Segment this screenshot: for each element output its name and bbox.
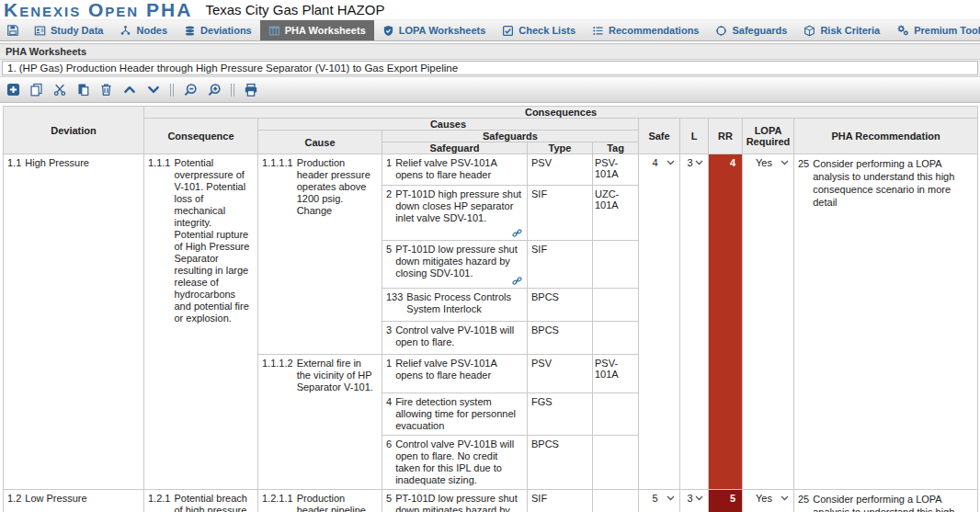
cause-cell[interactable]: 1.1.1.2External fire in the vicinity of …	[258, 355, 382, 490]
tab-recommendations[interactable]: Recommendations	[584, 20, 707, 40]
tab-deviations[interactable]: Deviations	[176, 20, 260, 40]
premium-tools-icon	[896, 24, 909, 37]
likelihood-value: 3	[685, 493, 695, 504]
safeguard-cell[interactable]: 2PT-101D high pressure shut down closes …	[382, 186, 528, 241]
consequence-text: Potential breach of high pressure	[174, 493, 254, 512]
add-button[interactable]	[6, 83, 20, 97]
safeguard-cell[interactable]: 5PT-101D low pressure shut down mitigate…	[382, 490, 528, 512]
safe-select[interactable]: 5	[639, 490, 680, 512]
worksheet-selector[interactable]: 1. (HP Gas) Production Header through Hi…	[2, 61, 978, 75]
safeguard-type-cell[interactable]: BPCS	[528, 436, 593, 490]
safeguard-type-cell[interactable]: PSV	[528, 355, 593, 393]
deviation-cell[interactable]: 1.2Low Pressure	[4, 490, 144, 512]
safeguard-cell[interactable]: 1Relief valve PSV-101A opens to flare he…	[382, 355, 528, 393]
safeguard-text: PT-101D low pressure shut down mitigates…	[395, 244, 523, 279]
safeguard-type-cell[interactable]: SIF	[528, 186, 593, 241]
zoom-in-button[interactable]	[207, 83, 222, 97]
section-title: PHA Worksheets	[6, 46, 86, 57]
tab-label: Recommendations	[609, 25, 699, 36]
safeguard-cell[interactable]: 4Fire detection system allowing time for…	[382, 393, 528, 436]
col-header-rr: RR	[709, 119, 743, 154]
tab-label: Nodes	[136, 25, 167, 36]
delete-button[interactable]	[99, 83, 113, 97]
tab-safeguards[interactable]: Safeguards	[707, 20, 795, 40]
safeguard-tag-cell[interactable]	[593, 289, 639, 322]
recommendation-text: Consider performing a LOPA analysis to u…	[813, 493, 974, 512]
move-down-button[interactable]	[146, 83, 161, 97]
safeguard-cell[interactable]: 6Control valve PV-101B will open to flar…	[382, 436, 528, 490]
move-up-button[interactable]	[122, 83, 137, 97]
tab-label: Premium Tools	[914, 25, 980, 36]
safeguard-tag-cell[interactable]	[593, 490, 639, 512]
safeguard-cell[interactable]: 1Relief valve PSV-101A opens to flare he…	[382, 154, 528, 186]
safeguard-cell[interactable]: 133Basic Process Controls System Interlo…	[382, 289, 528, 322]
safeguard-tag-cell[interactable]: PSV-101A	[593, 355, 639, 393]
tab-check-lists[interactable]: Check Lists	[494, 20, 584, 40]
cause-text: Production header pipeline leak or	[297, 493, 378, 512]
cut-button[interactable]	[52, 83, 67, 97]
lopa-link-icon[interactable]	[512, 276, 522, 286]
deviation-cell[interactable]: 1.1High Pressure	[4, 154, 144, 490]
safeguard-type-cell[interactable]: SIF	[528, 241, 593, 289]
safeguard-type-cell[interactable]: PSV	[528, 154, 593, 186]
paste-button[interactable]	[76, 83, 90, 97]
safeguard-tag-cell[interactable]	[593, 436, 639, 490]
safeguard-type-cell[interactable]: BPCS	[528, 322, 593, 355]
menu-premium-tools[interactable]: Premium Tools	[888, 20, 980, 40]
recommendation-number: 25	[798, 493, 809, 506]
safeguard-cell[interactable]: 3Control valve PV-101B will open to flar…	[382, 322, 528, 355]
safeguard-tag-cell[interactable]: UZC-101A	[593, 186, 639, 241]
tab-nodes[interactable]: Nodes	[111, 20, 176, 40]
likelihood-select[interactable]: 3	[680, 154, 709, 490]
safeguard-cell[interactable]: 5PT-101D low pressure shut down mitigate…	[382, 241, 528, 289]
consequence-number: 1.2.1	[148, 493, 170, 505]
safeguard-tag-cell[interactable]	[593, 322, 639, 355]
lopa-required-value: Yes	[747, 157, 781, 168]
tab-study-data[interactable]: Study Data	[26, 20, 111, 40]
recommendations-icon	[592, 25, 604, 37]
safeguard-tag-cell[interactable]: PSV-101A	[593, 154, 639, 186]
recommendation-cell[interactable]: 25Consider performing a LOPA analysis to…	[794, 490, 978, 512]
safeguard-text: Control valve PV-101B will open to flare…	[395, 324, 523, 348]
safeguards-icon	[715, 25, 727, 37]
consequence-cell[interactable]: 1.2.1Potential breach of high pressure	[144, 490, 258, 512]
tab-pha-worksheets[interactable]: PHA Worksheets	[260, 20, 374, 40]
nodes-icon	[120, 25, 131, 37]
safe-value: 4	[644, 157, 667, 168]
lopa-link-icon[interactable]	[512, 228, 522, 238]
safeguard-tag-cell[interactable]	[593, 241, 639, 289]
copy-button[interactable]	[29, 83, 43, 97]
save-button[interactable]	[0, 20, 26, 40]
safeguard-text: Fire detection system allowing time for …	[395, 396, 523, 432]
safeguard-number: 3	[386, 324, 392, 336]
zoom-out-button[interactable]	[183, 83, 198, 97]
tab-lopa-worksheets[interactable]: LOPA Worksheets	[374, 20, 495, 40]
tab-label: Risk Criteria	[820, 25, 880, 36]
col-header-deviation: Deviation	[4, 107, 144, 154]
lopa-required-select[interactable]: Yes	[743, 490, 794, 512]
safe-select[interactable]: 4	[639, 154, 680, 490]
tab-risk-criteria[interactable]: Risk Criteria	[795, 20, 888, 40]
consequence-cell[interactable]: 1.1.1Potential overpressure of V-101. Po…	[144, 154, 258, 490]
pha-worksheet-table: Deviation Consequences Consequence Cause…	[3, 106, 977, 512]
recommendation-cell[interactable]: 25Consider performing a LOPA analysis to…	[794, 154, 978, 490]
likelihood-select[interactable]: 3	[680, 490, 709, 512]
tab-label: PHA Worksheets	[285, 25, 366, 36]
cause-number: 1.1.1.2	[262, 358, 293, 370]
safeguard-type-cell[interactable]: FGS	[528, 393, 593, 436]
safeguard-text: Basic Process Controls System Interlock	[406, 291, 523, 315]
study-data-icon	[34, 25, 46, 37]
risk-rank-cell: 5	[709, 490, 743, 512]
print-button[interactable]	[244, 83, 258, 97]
safeguard-type-cell[interactable]: SIF	[528, 490, 593, 512]
safeguard-number: 5	[386, 493, 392, 505]
chevron-down-icon	[695, 160, 703, 165]
safeguard-type-cell[interactable]: BPCS	[528, 289, 593, 322]
chevron-down-icon	[667, 160, 675, 165]
main-toolbar: Study Data Nodes Deviations PHA Workshee…	[0, 19, 980, 41]
cause-cell[interactable]: 1.2.1.1Production header pipeline leak o…	[258, 490, 382, 512]
recommendation-text: Consider performing a LOPA analysis to u…	[813, 157, 974, 209]
safeguard-tag-cell[interactable]	[593, 393, 639, 436]
lopa-required-select[interactable]: Yes	[743, 154, 794, 490]
cause-cell[interactable]: 1.1.1.1Production header pressure operat…	[258, 154, 382, 355]
